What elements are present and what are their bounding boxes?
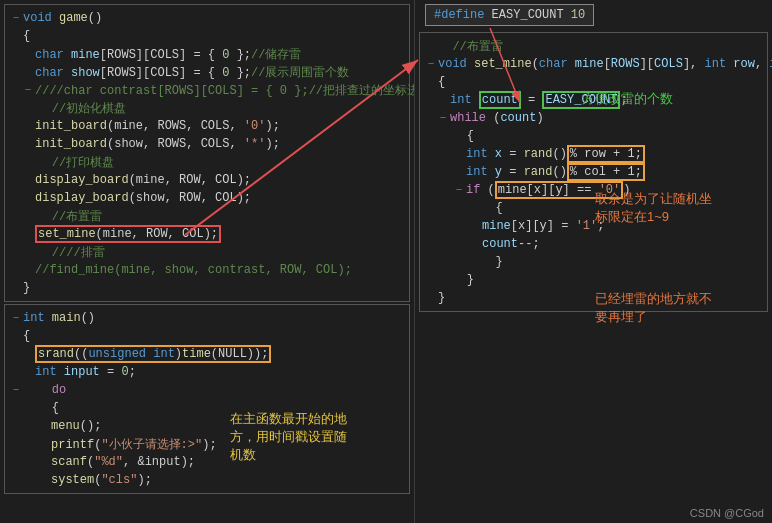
- fold-indicator[interactable]: −: [9, 12, 23, 24]
- code-line: count--;: [420, 235, 767, 253]
- code-line: //布置雷: [420, 37, 767, 55]
- code-line: − if (mine[x][y] == '0'): [420, 181, 767, 199]
- code-line: − void set_mine(char mine[ROWS][COLS], i…: [420, 55, 767, 73]
- code-text: srand((unsigned int)time(NULL));: [35, 347, 271, 361]
- code-text: {: [438, 75, 445, 89]
- code-line: char show[ROWS][COLS] = { 0 };//展示周围雷个数: [5, 63, 409, 81]
- fold-indicator[interactable]: −: [9, 384, 23, 396]
- code-line: − while (count): [420, 109, 767, 127]
- code-text: init_board(mine, ROWS, COLS, '0');: [35, 119, 280, 133]
- code-line: int input = 0;: [5, 363, 409, 381]
- code-line: − int main(): [5, 309, 409, 327]
- code-text: void set_mine(char mine[ROWS][COLS], int…: [438, 57, 772, 71]
- code-line: int y = rand()% col + 1;: [420, 163, 767, 181]
- code-text: printf("小伙子请选择:>");: [51, 436, 217, 453]
- set-mine-section: //布置雷 − void set_mine(char mine[ROWS][CO…: [419, 32, 768, 312]
- code-text: //布置雷: [438, 38, 503, 55]
- code-text: {: [23, 401, 59, 415]
- code-line: //打印棋盘: [5, 153, 409, 171]
- fold-indicator[interactable]: −: [452, 184, 466, 196]
- code-text: ////char contrast[ROWS][COLS] = { 0 };//…: [35, 82, 415, 99]
- code-line: char mine[ROWS][COLS] = { 0 };//储存雷: [5, 45, 409, 63]
- define-callout-box: #define EASY_COUNT 10: [425, 4, 594, 26]
- code-text: do: [23, 383, 66, 397]
- code-line: menu();: [5, 417, 409, 435]
- right-panel: #define EASY_COUNT 10 //布置雷 − void set_m…: [415, 0, 772, 523]
- code-line: //布置雷: [5, 207, 409, 225]
- code-text: display_board(mine, ROW, COL);: [35, 173, 251, 187]
- code-text: {: [23, 29, 30, 43]
- code-text: int count = EASY_COUNT;: [450, 93, 628, 107]
- code-line: set_mine(mine, ROW, COL);: [5, 225, 409, 243]
- code-line: mine[x][y] = '1';: [420, 217, 767, 235]
- code-line: {: [5, 399, 409, 417]
- code-text: //打印棋盘: [23, 154, 114, 171]
- code-text: int input = 0;: [35, 365, 136, 379]
- code-line: printf("小伙子请选择:>");: [5, 435, 409, 453]
- code-line: {: [5, 327, 409, 345]
- code-text: //find_mine(mine, show, contrast, ROW, C…: [35, 263, 352, 277]
- code-text: }: [438, 255, 503, 269]
- code-text: char mine[ROWS][COLS] = { 0 };//储存雷: [35, 46, 301, 63]
- code-text: }: [23, 281, 30, 295]
- fold-indicator[interactable]: −: [21, 84, 35, 96]
- code-text: {: [23, 329, 30, 343]
- fold-indicator[interactable]: −: [424, 58, 438, 70]
- code-line: {: [5, 27, 409, 45]
- main-container: − void game() { char mine[ROWS][COLS] = …: [0, 0, 772, 523]
- code-line: init_board(show, ROWS, COLS, '*');: [5, 135, 409, 153]
- code-text: char show[ROWS][COLS] = { 0 };//展示周围雷个数: [35, 64, 349, 81]
- code-line: int count = EASY_COUNT;: [420, 91, 767, 109]
- code-text: int x = rand()% row + 1;: [466, 147, 645, 161]
- code-text: {: [438, 201, 503, 215]
- code-text: int main(): [23, 311, 95, 325]
- code-line: }: [420, 253, 767, 271]
- code-line: {: [420, 199, 767, 217]
- code-text: count--;: [482, 237, 540, 251]
- code-text: while (count): [450, 111, 544, 125]
- watermark: CSDN @CGod: [690, 507, 764, 519]
- code-text: scanf("%d", &input);: [51, 455, 195, 469]
- code-line: ////排雷: [5, 243, 409, 261]
- code-text: system("cls");: [51, 473, 152, 487]
- code-line: init_board(mine, ROWS, COLS, '0');: [5, 117, 409, 135]
- code-text: set_mine(mine, ROW, COL);: [35, 227, 221, 241]
- define-text: #define EASY_COUNT 10: [434, 8, 585, 22]
- code-text: if (mine[x][y] == '0'): [466, 183, 630, 197]
- code-line: }: [420, 289, 767, 307]
- code-line: − do: [5, 381, 409, 399]
- code-line: srand((unsigned int)time(NULL));: [5, 345, 409, 363]
- code-line: display_board(mine, ROW, COL);: [5, 171, 409, 189]
- code-text: }: [438, 273, 474, 287]
- code-text: //布置雷: [23, 208, 102, 225]
- code-text: display_board(show, ROW, COL);: [35, 191, 251, 205]
- fold-indicator[interactable]: −: [9, 312, 23, 324]
- code-text: //初始化棋盘: [23, 100, 126, 117]
- code-text: init_board(show, ROWS, COLS, '*');: [35, 137, 280, 151]
- code-text: {: [438, 129, 474, 143]
- main-function-section: − int main() { srand((unsigned int)time(…: [4, 304, 410, 494]
- left-panel: − void game() { char mine[ROWS][COLS] = …: [0, 0, 415, 523]
- code-line: //初始化棋盘: [5, 99, 409, 117]
- code-text: mine[x][y] = '1';: [482, 219, 604, 233]
- code-line: − void game(): [5, 9, 409, 27]
- code-line: − ////char contrast[ROWS][COLS] = { 0 };…: [5, 81, 409, 99]
- code-line: }: [5, 279, 409, 297]
- code-line: //find_mine(mine, show, contrast, ROW, C…: [5, 261, 409, 279]
- code-text: ////排雷: [23, 244, 105, 261]
- code-text: void game(): [23, 11, 102, 25]
- code-text: int y = rand()% col + 1;: [466, 165, 645, 179]
- code-line: display_board(show, ROW, COL);: [5, 189, 409, 207]
- code-line: scanf("%d", &input);: [5, 453, 409, 471]
- code-line: {: [420, 127, 767, 145]
- code-text: }: [438, 291, 445, 305]
- code-line: int x = rand()% row + 1;: [420, 145, 767, 163]
- code-line: system("cls");: [5, 471, 409, 489]
- fold-indicator[interactable]: −: [436, 112, 450, 124]
- code-text: menu();: [51, 419, 101, 433]
- code-line: {: [420, 73, 767, 91]
- code-line: }: [420, 271, 767, 289]
- game-function-section: − void game() { char mine[ROWS][COLS] = …: [4, 4, 410, 302]
